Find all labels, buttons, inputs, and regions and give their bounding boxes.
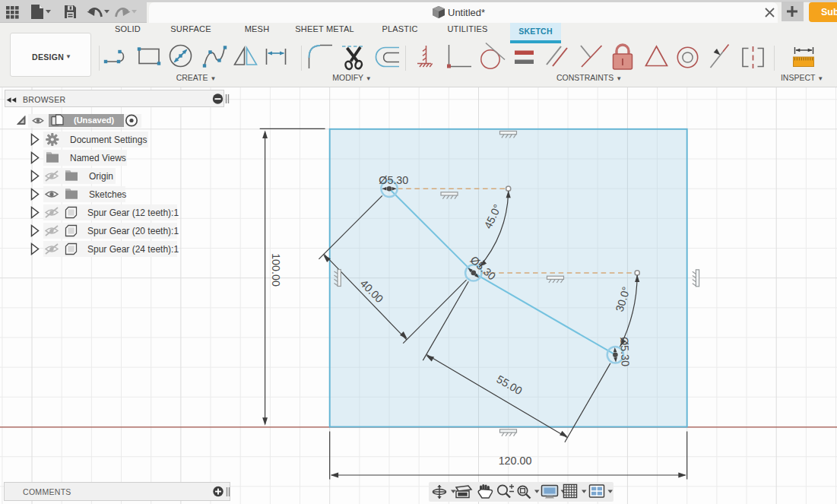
svg-text:Ø5.30: Ø5.30 xyxy=(379,174,408,186)
svg-text:Ø5.30: Ø5.30 xyxy=(618,337,631,367)
svg-text:120.00: 120.00 xyxy=(499,455,532,467)
svg-text:100.00: 100.00 xyxy=(270,253,282,287)
